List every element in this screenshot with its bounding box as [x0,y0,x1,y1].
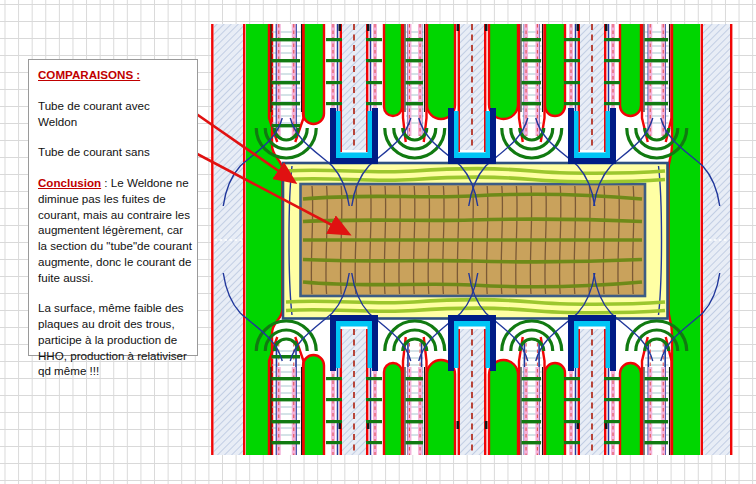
spreadsheet-canvas: COMPARAISONS : Tube de courant avec Weld… [0,0,756,484]
note-line-without-weldon: Tube de courant sans [38,144,192,160]
note-line-with-weldon: Tube de courant avec Weldon [38,98,192,130]
note-surface-remark: La surface, même faible des plaques au d… [38,300,192,379]
diagram-generated-content [211,24,734,455]
annotation-box[interactable]: COMPARAISONS : Tube de courant avec Weld… [28,59,198,356]
conclusion-sep: : [101,176,111,189]
conclusion-label: Conclusion [38,176,101,189]
note-conclusion: Conclusion : Le Weldone ne diminue pas l… [38,175,192,285]
conclusion-text: Le Weldone ne diminue pas les fuites de … [38,176,192,284]
note-title: COMPARAISONS : [38,68,140,81]
